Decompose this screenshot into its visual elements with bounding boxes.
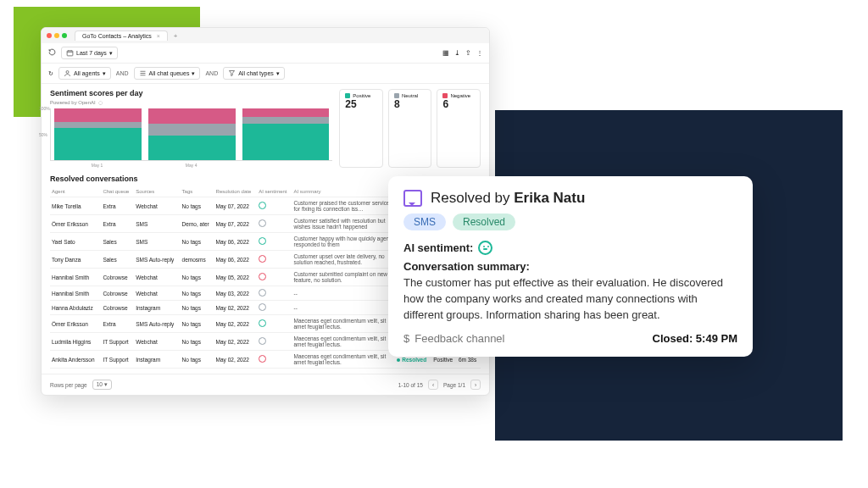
chevron-down-icon: ▾ (276, 70, 280, 77)
pager-page: Page 1/1 (443, 382, 465, 388)
powered-by: Powered by OpenAI ◌ (50, 99, 332, 105)
table-pager: Rows per page 10 ▾ 1-10 of 15 ‹ Page 1/1… (42, 374, 489, 395)
table-header[interactable]: Resolution date (214, 186, 258, 197)
feedback-channel[interactable]: $ Feedback channel (403, 332, 504, 345)
chevron-down-icon: ▾ (109, 50, 113, 57)
filter-types[interactable]: All chat types ▾ (223, 67, 285, 80)
sentiment-face-icon (259, 303, 266, 311)
more-icon[interactable]: ⋮ (476, 49, 482, 57)
summary-text: The customer has put effective as their … (403, 275, 737, 324)
stat-value: 25 (345, 98, 377, 110)
stat-neutral: Neutral 8 (388, 89, 432, 168)
chevron-down-icon: ▾ (192, 70, 195, 77)
sentiment-face-icon (259, 237, 266, 245)
table-header[interactable]: Tags (181, 186, 214, 197)
stat-label: Neutral (402, 93, 418, 98)
sentiment-face-icon (259, 202, 266, 209)
stat-value: 8 (394, 98, 426, 110)
pager-range: 1-10 of 15 (398, 382, 423, 388)
refresh-icon[interactable] (48, 48, 56, 58)
summary-label: Conversation summary: (403, 260, 737, 273)
svg-rect-0 (67, 51, 73, 56)
openai-icon: ◌ (98, 99, 103, 105)
tab-title: GoTo Contacts – Analytics (82, 33, 152, 39)
sentiment-face-icon (259, 289, 266, 297)
table-header[interactable]: Agent (50, 186, 101, 197)
card-title: Resolved by Erika Natu (431, 190, 585, 207)
dollar-icon: $ (403, 332, 409, 345)
new-tab-icon[interactable]: + (174, 32, 178, 40)
sentiment-face-icon (259, 273, 266, 280)
sentiment-face-icon (478, 241, 492, 255)
browser-tabbar: GoTo Contacts – Analytics × + (42, 28, 489, 43)
ai-sentiment-label: AI sentiment: (403, 241, 473, 254)
stat-value: 6 (442, 98, 475, 110)
window-close-icon[interactable] (47, 33, 52, 38)
filter-queues[interactable]: All chat queues ▾ (134, 67, 201, 80)
sentiment-face-icon (259, 255, 266, 263)
svg-point-1 (66, 71, 69, 74)
channel-pill: SMS (403, 214, 446, 230)
table-header[interactable]: AI sentiment (257, 186, 292, 197)
sentiment-face-icon (259, 337, 266, 345)
sentiment-chart: Sentiment scores per day Powered by Open… (50, 89, 332, 168)
export-icon[interactable]: ⇪ (465, 49, 471, 57)
pager-prev-button[interactable]: ‹ (428, 380, 438, 390)
filter-queues-label: All chat queues (149, 70, 190, 76)
date-range-label: Last 7 days (76, 50, 107, 56)
filter-and-2: AND (205, 70, 218, 76)
table-header[interactable]: AI summary (292, 186, 396, 197)
chart-view-icon[interactable]: ▦ (442, 49, 449, 57)
table-header[interactable]: Chat queue (101, 186, 134, 197)
stat-positive: Positive 25 (339, 89, 383, 168)
window-max-icon[interactable] (62, 33, 67, 38)
chart-title: Sentiment scores per day (50, 89, 332, 97)
sentiment-face-icon (259, 355, 266, 363)
rows-per-page-select[interactable]: 10 ▾ (92, 380, 112, 390)
closed-time: Closed: 5:49 PM (653, 332, 737, 345)
chevron-down-icon: ▾ (104, 381, 108, 387)
sentiment-face-icon (259, 219, 266, 227)
browser-tab[interactable]: GoTo Contacts – Analytics × (75, 30, 168, 41)
stat-negative: Negative 6 (437, 89, 481, 168)
sentiment-face-icon (259, 319, 266, 327)
page-toolbar: Last 7 days ▾ ▦ ⤓ ⇪ ⋮ (42, 43, 489, 64)
filter-bar: ↻ All agents ▾ AND All chat queues ▾ AND… (42, 64, 489, 84)
window-min-icon[interactable] (54, 33, 59, 38)
chevron-down-icon: ▾ (103, 70, 106, 77)
date-range-picker[interactable]: Last 7 days ▾ (61, 47, 118, 59)
table-header[interactable]: Sources (134, 186, 180, 197)
status-pill: Resolved (453, 214, 515, 230)
chat-icon (403, 190, 422, 207)
rows-per-page-label: Rows per page (50, 382, 87, 388)
filter-and-1: AND (116, 70, 129, 76)
pager-next-button[interactable]: › (470, 380, 481, 390)
refresh-filters-icon[interactable]: ↻ (48, 70, 53, 77)
tab-close-icon[interactable]: × (157, 33, 160, 39)
stat-label: Negative (450, 93, 470, 98)
filter-agents-label: All agents (74, 70, 100, 76)
filter-agents[interactable]: All agents ▾ (58, 67, 111, 80)
conversation-detail-card: Resolved by Erika Natu SMS Resolved AI s… (388, 176, 753, 357)
download-icon[interactable]: ⤓ (454, 49, 460, 57)
filter-types-label: All chat types (238, 70, 274, 76)
